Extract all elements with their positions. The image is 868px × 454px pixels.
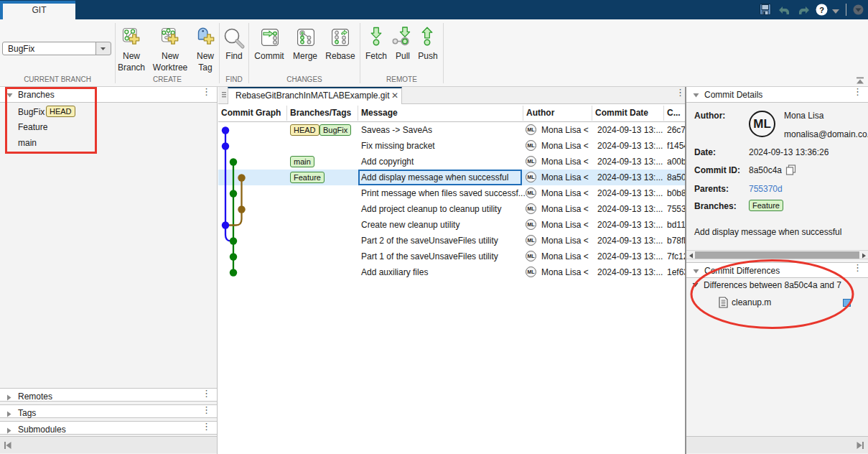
svg-text:?: ? <box>819 6 824 14</box>
